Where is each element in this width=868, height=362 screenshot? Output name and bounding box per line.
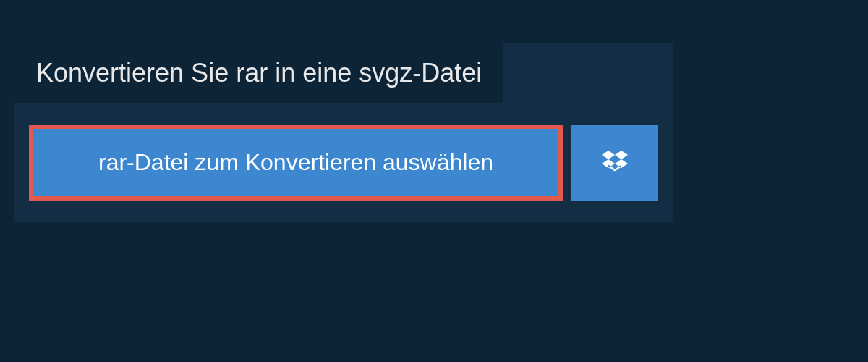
select-file-button[interactable]: rar-Datei zum Konvertieren auswählen [29,125,563,201]
dropbox-button[interactable] [571,125,658,201]
dropbox-icon [602,148,628,177]
page-title: Konvertieren Sie rar in eine svgz-Datei [14,43,503,103]
converter-panel: Konvertieren Sie rar in eine svgz-Datei … [14,43,673,222]
file-select-row: rar-Datei zum Konvertieren auswählen [14,103,673,222]
select-file-label: rar-Datei zum Konvertieren auswählen [98,149,493,176]
